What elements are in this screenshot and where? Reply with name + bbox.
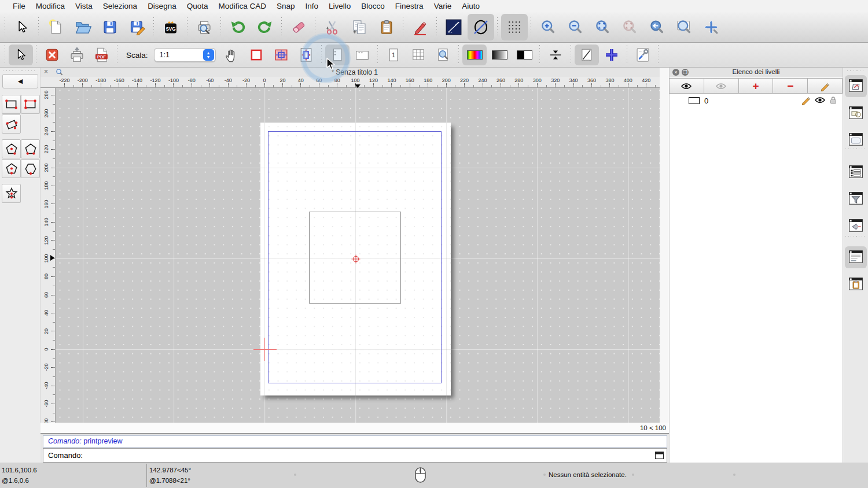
- t-pent-cc-button[interactable]: [2, 139, 21, 158]
- menu-item-info[interactable]: Info: [300, 2, 324, 10]
- menu-item-blocco[interactable]: Blocco: [356, 2, 390, 10]
- gray-bar-button[interactable]: [487, 45, 512, 65]
- menu-item-file[interactable]: File: [8, 2, 31, 10]
- rect-red-button[interactable]: [244, 45, 269, 65]
- blue-plus-button[interactable]: [599, 45, 624, 65]
- layer-lock-icon[interactable]: [829, 95, 838, 106]
- t-rect3-button[interactable]: [21, 95, 40, 114]
- zoom-prev-button[interactable]: [643, 14, 670, 40]
- fit-height-button[interactable]: [543, 45, 568, 65]
- grid-dots-button[interactable]: [501, 14, 528, 40]
- d-layers-button[interactable]: [845, 75, 867, 97]
- zoom-window-button[interactable]: [671, 14, 697, 40]
- paste-button[interactable]: [373, 14, 400, 40]
- dock-drag-handle[interactable]: [847, 69, 865, 72]
- menu-item-disegna[interactable]: Disegna: [142, 2, 182, 10]
- d-plugin-button[interactable]: [845, 215, 867, 237]
- undo-button[interactable]: [225, 14, 251, 40]
- command-input[interactable]: Comando:: [43, 448, 667, 463]
- multipage-button[interactable]: [406, 45, 431, 65]
- layer-color-swatch[interactable]: [689, 97, 700, 104]
- menu-item-quota[interactable]: Quota: [182, 2, 214, 10]
- menu-item-aiuto[interactable]: Aiuto: [457, 2, 485, 10]
- layer-visible-eye-icon[interactable]: [814, 96, 826, 106]
- t-rect2-button[interactable]: [2, 95, 21, 114]
- ruler-cursor-marker-v: [50, 255, 54, 261]
- page-landscape-button[interactable]: [350, 45, 374, 65]
- svg-button[interactable]: SVG: [157, 14, 184, 40]
- menu-item-varie[interactable]: Varie: [429, 2, 457, 10]
- settings-button[interactable]: [631, 45, 655, 65]
- pen-button[interactable]: [407, 14, 433, 40]
- eraser-button[interactable]: [285, 14, 312, 40]
- save-as-button[interactable]: [124, 14, 150, 40]
- t-star-button[interactable]: [2, 184, 21, 203]
- zoom-auto-button[interactable]: [589, 14, 616, 40]
- t-rectrot-button[interactable]: [2, 114, 21, 134]
- hand-button[interactable]: [219, 45, 244, 65]
- d-blocks-button[interactable]: [845, 102, 867, 124]
- page-1-button[interactable]: 1: [381, 45, 406, 65]
- t-pent-2c-icon: [23, 142, 38, 157]
- open-button[interactable]: [69, 14, 96, 40]
- eye-gray-button[interactable]: [704, 78, 739, 94]
- panel-close-icon[interactable]: ×: [672, 69, 679, 76]
- tab-close-icon[interactable]: ×: [44, 68, 48, 76]
- tab-title[interactable]: *Senza titolo 1: [332, 68, 378, 76]
- draft-page-button[interactable]: [575, 45, 599, 65]
- zoom-pan-button[interactable]: [698, 14, 724, 40]
- menu-item-seleziona[interactable]: Seleziona: [98, 2, 142, 10]
- pencil-button[interactable]: [807, 78, 843, 94]
- panel-drag-handle[interactable]: [3, 69, 35, 73]
- scale-combobox[interactable]: 1:1 ▲▼: [154, 48, 216, 62]
- v-ruler-label: -20: [42, 361, 51, 373]
- menu-item-livello[interactable]: Livello: [323, 2, 356, 10]
- save-button[interactable]: [97, 14, 123, 40]
- plus-red-button[interactable]: +: [738, 78, 774, 94]
- zoom-page-button[interactable]: [431, 45, 455, 65]
- redo-button[interactable]: [252, 14, 278, 40]
- print-preview-button[interactable]: [191, 14, 218, 40]
- copy-button[interactable]: [346, 14, 373, 40]
- zoom-out-button[interactable]: [562, 14, 589, 40]
- bw-bar-button[interactable]: [512, 45, 536, 65]
- t-pent-2c-button[interactable]: [21, 139, 40, 158]
- cut-button[interactable]: [319, 14, 345, 40]
- eye-button[interactable]: [669, 78, 704, 94]
- d-clip-button[interactable]: [845, 273, 867, 295]
- menu-item-modifica-cad[interactable]: Modifica CAD: [213, 2, 271, 10]
- menu-item-snap[interactable]: Snap: [271, 2, 300, 10]
- v-ruler-label: 20: [42, 326, 51, 337]
- d-list-button[interactable]: [845, 161, 867, 183]
- d-filter-button[interactable]: [845, 188, 867, 210]
- tile-grid-button[interactable]: [269, 45, 293, 65]
- zoom-in-button[interactable]: [535, 14, 561, 40]
- pointer-button[interactable]: [9, 14, 35, 40]
- h-ruler-label: -100: [168, 77, 179, 83]
- pdf-button[interactable]: PDF: [90, 45, 114, 65]
- h-ruler-label: 160: [406, 77, 414, 83]
- d-cmd-button[interactable]: [845, 246, 867, 268]
- color-bar-button[interactable]: [462, 45, 487, 65]
- page-portrait-button[interactable]: [325, 45, 350, 65]
- ellipse-widget-button[interactable]: [468, 14, 494, 40]
- layer-row[interactable]: 0: [670, 95, 843, 106]
- layer-edit-pencil-icon[interactable]: [801, 95, 811, 107]
- close-button[interactable]: [40, 45, 64, 65]
- new-doc-button[interactable]: [42, 14, 69, 40]
- minus-red-button[interactable]: −: [773, 78, 808, 94]
- line-widget-button[interactable]: [440, 14, 467, 40]
- tools-back-button[interactable]: ◀: [2, 74, 38, 88]
- t-hex-button[interactable]: [21, 159, 40, 178]
- menu-item-vista[interactable]: Vista: [70, 2, 98, 10]
- t-pent-cs-button[interactable]: [2, 159, 21, 178]
- drawing-canvas[interactable]: [56, 88, 660, 423]
- menu-item-modifica[interactable]: Modifica: [31, 2, 70, 10]
- panel-float-icon[interactable]: ❐: [682, 69, 689, 76]
- stepper-icon[interactable]: ▲▼: [203, 49, 214, 61]
- print-button[interactable]: [65, 45, 89, 65]
- select-button[interactable]: [9, 45, 33, 65]
- detach-command-icon[interactable]: [655, 452, 664, 461]
- menu-item-finestra[interactable]: Finestra: [390, 2, 429, 10]
- fit-page-button[interactable]: [294, 45, 318, 65]
